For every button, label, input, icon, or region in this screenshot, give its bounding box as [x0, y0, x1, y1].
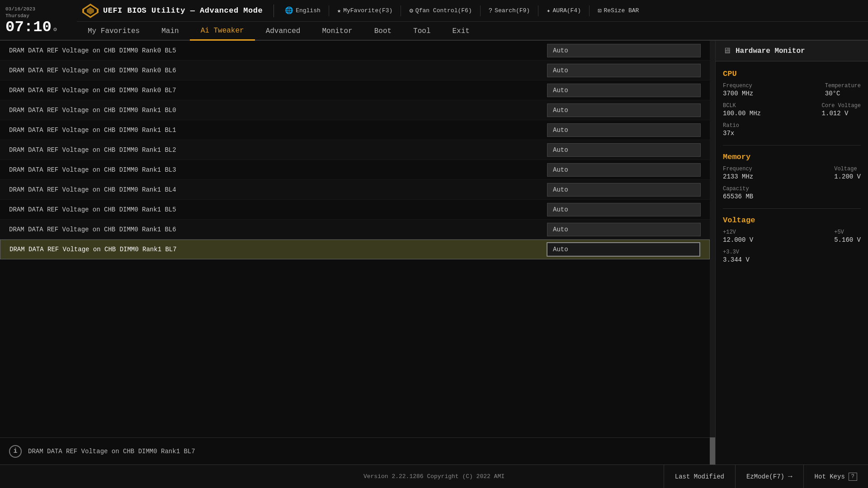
hw-monitor-title-text: Hardware Monitor: [736, 47, 805, 55]
cpu-core-voltage: Core Voltage 1.012 V: [822, 103, 861, 117]
tab-my-favorites[interactable]: My Favorites: [77, 22, 151, 41]
hw-content: CPU Frequency 3700 MHz Temperature 30°C …: [716, 61, 868, 272]
cpu-ratio: Ratio 37x: [723, 122, 739, 137]
globe-icon: 🌐: [285, 6, 293, 15]
cpu-section-title: CPU: [723, 70, 861, 78]
voltage-12v: +12V 12.000 V: [723, 229, 753, 244]
table-row-selected[interactable]: DRAM DATA REF Voltage on CHB DIMM0 Rank1…: [0, 239, 710, 259]
right-panel: 🖥 Hardware Monitor CPU Frequency 3700 MH…: [715, 41, 868, 465]
tab-main[interactable]: Main: [151, 22, 189, 41]
asus-logo: UEFI BIOS Utility — Advanced Mode: [82, 4, 263, 18]
table-row[interactable]: DRAM DATA REF Voltage on CHB DIMM0 Rank1…: [0, 100, 710, 120]
tab-ai-tweaker[interactable]: Ai Tweaker: [190, 22, 255, 41]
aura-btn[interactable]: ✦ AURA(F4): [547, 7, 581, 14]
tab-boot[interactable]: Boot: [363, 22, 402, 41]
last-modified-btn[interactable]: Last Modified: [664, 465, 735, 488]
mem-voltage: Voltage 1.200 V: [834, 166, 861, 180]
footer: Version 2.22.1286 Copyright (C) 2022 AMI…: [0, 465, 868, 488]
cpu-bclk: BCLK 100.00 MHz: [723, 103, 761, 117]
divider-memory-voltage: [723, 208, 861, 209]
mem-capacity: Capacity 65536 MB: [723, 186, 753, 200]
top-bar: 03/16/2023 Thursday 07:10 ⚙ UEFI BIOS Ut…: [0, 0, 868, 41]
voltage-section-title: Voltage: [723, 216, 861, 225]
table-row[interactable]: DRAM DATA REF Voltage on CHB DIMM0 Rank1…: [0, 140, 710, 160]
language-label: English: [296, 7, 321, 14]
star-icon: ★: [337, 7, 341, 14]
scroll-thumb[interactable]: [710, 437, 715, 465]
resize-icon: ⊡: [598, 7, 601, 14]
ezmode-icon: →: [788, 473, 793, 481]
hw-monitor-header: 🖥 Hardware Monitor: [716, 41, 868, 61]
voltage-5v: +5V 5.160 V: [834, 229, 861, 244]
info-icon: i: [9, 445, 22, 458]
table-row[interactable]: DRAM DATA REF Voltage on CHB DIMM0 Rank1…: [0, 200, 710, 220]
memory-section-title: Memory: [723, 153, 861, 161]
scroll-track[interactable]: [710, 41, 715, 465]
cpu-frequency: Frequency 3700 MHz: [723, 83, 753, 97]
hotkeys-label: Hot Keys: [815, 473, 845, 480]
footer-actions: Last Modified EzMode(F7) → Hot Keys ?: [664, 465, 868, 488]
search-icon: ?: [489, 7, 492, 14]
divider-cpu-memory: [723, 145, 861, 145]
table-row[interactable]: DRAM DATA REF Voltage on CHB DIMM0 Rank1…: [0, 120, 710, 140]
cpu-freq-temp-row: Frequency 3700 MHz Temperature 30°C: [723, 83, 861, 97]
mem-freq-voltage-row: Frequency 2133 MHz Voltage 1.200 V: [723, 166, 861, 180]
table-row[interactable]: DRAM DATA REF Voltage on CHB DIMM0 Rank1…: [0, 160, 710, 180]
info-text: DRAM DATA REF Voltage on CHB DIMM0 Rank1…: [28, 448, 195, 455]
header-row: UEFI BIOS Utility — Advanced Mode 🌐 Engl…: [77, 0, 868, 22]
table-row[interactable]: DRAM DATA REF Voltage on CHB DIMM0 Rank0…: [0, 41, 710, 61]
qfan-btn[interactable]: ⚙ Qfan Control(F6): [409, 7, 472, 14]
tab-monitor[interactable]: Monitor: [311, 22, 363, 41]
question-icon: ?: [849, 473, 857, 481]
table-row[interactable]: DRAM DATA REF Voltage on CHB DIMM0 Rank0…: [0, 61, 710, 80]
time-display: 07:10: [5, 19, 52, 35]
myfavorite-btn[interactable]: ★ MyFavorite(F3): [337, 7, 393, 14]
voltage-33v-row: +3.3V 3.344 V: [723, 249, 861, 263]
cpu-temperature: Temperature 30°C: [825, 83, 861, 97]
tab-exit[interactable]: Exit: [441, 22, 480, 41]
table-row[interactable]: DRAM DATA REF Voltage on CHB DIMM0 Rank1…: [0, 220, 710, 239]
voltage-33v: +3.3V 3.344 V: [723, 249, 750, 263]
datetime-area: 03/16/2023 Thursday 07:10 ⚙: [0, 0, 77, 41]
cpu-bclk-voltage-row: BCLK 100.00 MHz Core Voltage 1.012 V: [723, 103, 861, 117]
aura-icon: ✦: [547, 7, 550, 14]
language-selector[interactable]: 🌐 English: [285, 6, 321, 15]
mem-frequency: Frequency 2133 MHz: [723, 166, 753, 180]
tab-advanced[interactable]: Advanced: [255, 22, 311, 41]
ezmode-label: EzMode(F7): [746, 473, 784, 480]
settings-icon[interactable]: ⚙: [53, 26, 57, 33]
table-row[interactable]: DRAM DATA REF Voltage on CHB DIMM0 Rank0…: [0, 80, 710, 100]
tab-tool[interactable]: Tool: [402, 22, 441, 41]
resize-bar-btn[interactable]: ⊡ ReSize BAR: [598, 7, 639, 14]
voltage-12v-5v-row: +12V 12.000 V +5V 5.160 V: [723, 229, 861, 244]
settings-list: DRAM DATA REF Voltage on CHB DIMM0 Rank0…: [0, 41, 710, 437]
fan-icon: ⚙: [409, 7, 413, 14]
search-btn[interactable]: ? Search(F9): [489, 7, 530, 14]
table-row[interactable]: DRAM DATA REF Voltage on CHB DIMM0 Rank1…: [0, 180, 710, 200]
mem-capacity-row: Capacity 65536 MB: [723, 186, 861, 200]
ezmode-btn[interactable]: EzMode(F7) →: [735, 465, 803, 488]
content-area: DRAM DATA REF Voltage on CHB DIMM0 Rank0…: [0, 41, 710, 465]
date-text: 03/16/2023 Thursday: [5, 6, 77, 20]
cpu-ratio-row: Ratio 37x: [723, 122, 861, 137]
hotkeys-btn[interactable]: Hot Keys ?: [803, 465, 868, 488]
last-modified-label: Last Modified: [675, 473, 724, 480]
app-title: UEFI BIOS Utility — Advanced Mode: [103, 6, 263, 15]
main-layout: DRAM DATA REF Voltage on CHB DIMM0 Rank0…: [0, 41, 868, 465]
info-box: i DRAM DATA REF Voltage on CHB DIMM0 Ran…: [0, 437, 710, 465]
nav-tabs: My Favorites Main Ai Tweaker Advanced Mo…: [77, 22, 868, 41]
monitor-icon: 🖥: [723, 46, 731, 56]
